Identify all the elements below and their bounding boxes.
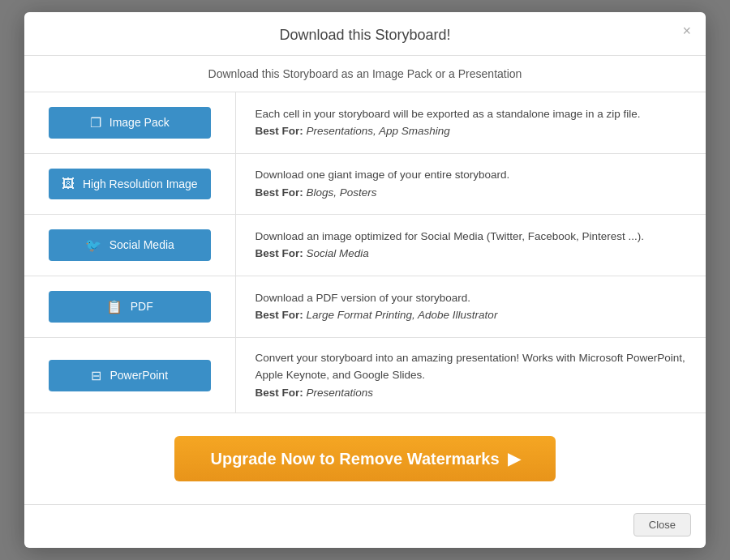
option-desc-social-media: Download an image optimized for Social M… xyxy=(235,214,706,276)
best-for-value-high-resolution-image: Blogs, Posters xyxy=(307,186,377,199)
options-table: ❐Image PackEach cell in your storyboard … xyxy=(24,92,706,413)
modal-title: Download this Storyboard! xyxy=(57,27,673,44)
option-row-image-pack: ❐Image PackEach cell in your storyboard … xyxy=(24,92,706,154)
option-desc-text-social-media: Download an image optimized for Social M… xyxy=(256,228,687,246)
option-desc-pdf: Download a PDF version of your storyboar… xyxy=(235,276,706,337)
option-button-high-resolution-image[interactable]: 🖼High Resolution Image xyxy=(49,169,211,199)
best-for-value-powerpoint: Presentations xyxy=(307,387,374,399)
close-button[interactable]: Close xyxy=(633,513,691,536)
high-resolution-image-icon: 🖼 xyxy=(62,177,75,191)
social-media-icon: 🐦 xyxy=(85,237,101,253)
close-x-button[interactable]: × xyxy=(682,24,691,38)
pdf-label: PDF xyxy=(131,300,153,313)
option-row-powerpoint: ⊟PowerPointConvert your storyboard into … xyxy=(24,337,706,413)
upgrade-button-label: Upgrade Now to Remove Watermarks xyxy=(210,450,499,468)
powerpoint-icon: ⊟ xyxy=(91,368,101,383)
high-resolution-image-label: High Resolution Image xyxy=(83,177,198,190)
option-desc-image-pack: Each cell in your storyboard will be exp… xyxy=(235,92,706,154)
upgrade-section: Upgrade Now to Remove Watermarks ▶ xyxy=(24,413,706,504)
option-desc-high-resolution-image: Download one giant image of your entire … xyxy=(235,153,706,214)
upgrade-button[interactable]: Upgrade Now to Remove Watermarks ▶ xyxy=(174,436,555,481)
option-row-high-resolution-image: 🖼High Resolution ImageDownload one giant… xyxy=(24,153,706,214)
best-for-value-pdf: Large Format Printing, Adobe Illustrator xyxy=(307,309,498,321)
modal-footer-close: Close xyxy=(24,504,706,548)
option-row-pdf: 📋PDFDownload a PDF version of your story… xyxy=(24,276,706,337)
best-for-value-image-pack: Presentations, App Smashing xyxy=(307,125,450,137)
option-best-for-pdf: Best For: Large Format Printing, Adobe I… xyxy=(256,306,687,324)
modal-header: Download this Storyboard! × xyxy=(24,12,706,56)
option-desc-text-powerpoint: Convert your storyboard into an amazing … xyxy=(256,349,687,384)
option-desc-powerpoint: Convert your storyboard into an amazing … xyxy=(235,337,706,413)
option-best-for-social-media: Best For: Social Media xyxy=(256,245,687,263)
best-for-label-pdf: Best For: xyxy=(256,309,307,321)
image-pack-label: Image Pack xyxy=(110,116,170,129)
option-best-for-powerpoint: Best For: Presentations xyxy=(256,384,687,402)
social-media-label: Social Media xyxy=(110,238,174,251)
best-for-value-social-media: Social Media xyxy=(307,247,369,259)
best-for-label-high-resolution-image: Best For: xyxy=(256,186,307,199)
option-desc-text-pdf: Download a PDF version of your storyboar… xyxy=(256,289,687,307)
option-button-image-pack[interactable]: ❐Image Pack xyxy=(49,107,211,139)
best-for-label-powerpoint: Best For: xyxy=(256,387,307,399)
image-pack-icon: ❐ xyxy=(90,115,101,130)
modal-overlay: Download this Storyboard! × Download thi… xyxy=(0,0,730,560)
best-for-label-social-media: Best For: xyxy=(256,247,307,259)
option-best-for-image-pack: Best For: Presentations, App Smashing xyxy=(256,122,687,140)
powerpoint-label: PowerPoint xyxy=(110,369,168,382)
option-button-powerpoint[interactable]: ⊟PowerPoint xyxy=(49,360,211,391)
option-desc-text-high-resolution-image: Download one giant image of your entire … xyxy=(256,166,687,184)
option-button-social-media[interactable]: 🐦Social Media xyxy=(49,229,211,261)
modal-subtitle: Download this Storyboard as an Image Pac… xyxy=(24,56,706,92)
pdf-icon: 📋 xyxy=(106,299,122,314)
upgrade-button-arrow: ▶ xyxy=(508,449,520,468)
best-for-label-image-pack: Best For: xyxy=(256,125,307,137)
option-desc-text-image-pack: Each cell in your storyboard will be exp… xyxy=(256,105,687,123)
option-best-for-high-resolution-image: Best For: Blogs, Posters xyxy=(256,184,687,202)
option-row-social-media: 🐦Social MediaDownload an image optimized… xyxy=(24,214,706,276)
option-button-pdf[interactable]: 📋PDF xyxy=(49,291,211,323)
download-modal: Download this Storyboard! × Download thi… xyxy=(24,12,706,549)
